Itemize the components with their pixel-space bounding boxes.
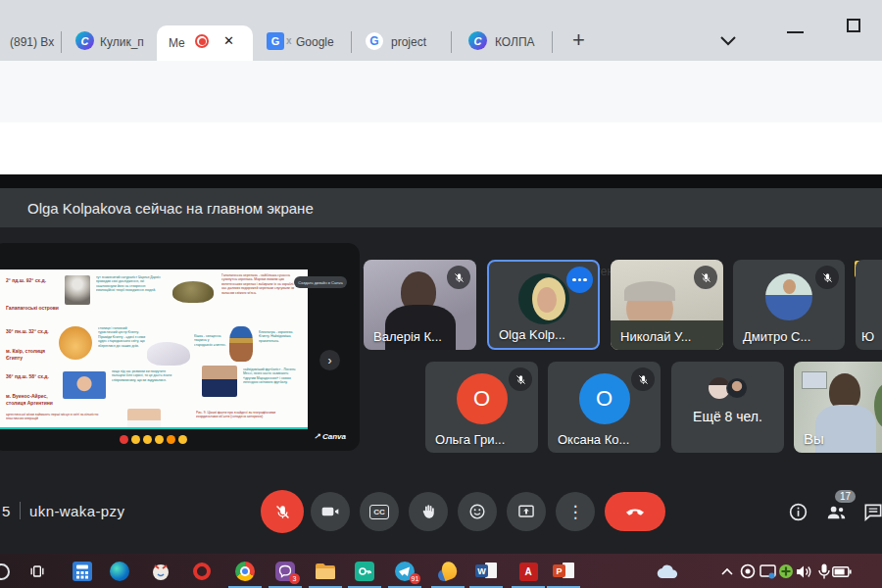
calculator-icon[interactable] xyxy=(72,561,93,582)
participants-count-badge: 17 xyxy=(835,490,856,503)
slide-loc-1: Галапагоські острови xyxy=(6,305,63,312)
minimize-button[interactable] xyxy=(787,31,804,33)
tab-canva-1[interactable]: Кулик_п xyxy=(100,35,151,49)
cortana-search-icon[interactable] xyxy=(0,561,12,582)
wow-reaction-icon[interactable] xyxy=(167,435,175,444)
participant-name: Ольга Гри... xyxy=(435,432,505,447)
pinned-app-icon[interactable] xyxy=(150,561,172,582)
browser-toolbar: → meet.google.com/uk... ☆ S xyxy=(0,61,882,122)
participant-tile[interactable]: Николай У... xyxy=(611,260,723,350)
translate-favicon: G xyxy=(267,32,284,50)
weather-cloud-icon[interactable] xyxy=(657,561,678,582)
person-silhouette xyxy=(815,405,876,453)
slide-loc-3: м. Буенос-Айрес, столиця Аргентини xyxy=(6,393,63,406)
tab-translate[interactable]: Google xyxy=(296,35,345,49)
thumbsup-reaction-icon[interactable] xyxy=(131,435,140,444)
reactions-row[interactable] xyxy=(120,435,187,444)
more-participants-label: Ещё 8 чел. xyxy=(671,409,784,424)
tab-divider xyxy=(552,31,553,53)
acrobat-icon[interactable]: A xyxy=(517,561,539,582)
shared-slide: 2° пд.ш. 92° сх.д. Галапагоські острови … xyxy=(0,270,308,429)
participant-name: Дмитро С... xyxy=(743,329,810,344)
canva-favicon: C xyxy=(75,31,94,50)
mic-off-icon xyxy=(509,368,532,391)
participant-tile[interactable]: Дмитро С... xyxy=(733,260,845,350)
opera-icon[interactable] xyxy=(191,561,213,582)
reactions-button[interactable] xyxy=(458,492,497,531)
canva-create-button[interactable]: Создать дизайн в Canva xyxy=(294,276,347,288)
meeting-details-icon[interactable] xyxy=(787,501,809,523)
slide-coord-2: 30° пн.ш. 32° сх.д. xyxy=(6,328,63,335)
slide-text-messi: найвідоміший футболіст - Ліонель Мессі, … xyxy=(243,368,302,405)
powerpoint-icon[interactable]: P xyxy=(553,561,574,582)
meet-top-strip xyxy=(0,174,882,188)
next-slide-button[interactable]: › xyxy=(319,350,340,370)
tray-expand-chevron-icon[interactable] xyxy=(716,561,738,582)
task-view-icon[interactable] xyxy=(26,561,48,582)
participant-tile[interactable]: О Ольга Гри... xyxy=(425,362,538,453)
clap-reaction-icon[interactable] xyxy=(143,435,152,444)
tab-divider xyxy=(451,31,452,53)
tab-divider xyxy=(351,31,352,53)
darwin-photo xyxy=(65,275,90,305)
slide-text-darwin: тут знаменитий натураліст Чарльз Дарвін … xyxy=(96,275,161,309)
participants-icon[interactable] xyxy=(824,501,849,523)
participant-tile[interactable]: Валерія К... xyxy=(364,260,476,350)
slide-text-cat: Кішка - священна тварина у стародавніх є… xyxy=(194,334,227,360)
mic-off-icon xyxy=(815,266,839,289)
bookmarks-bar: Сумка женская Wittchen 90-4Y-554-X1 -...… xyxy=(0,122,882,174)
screen: (891) Вх C Кулик_п Me ✕ G x Google G pro… xyxy=(0,0,882,588)
mini-avatar xyxy=(726,377,748,399)
file-explorer-icon[interactable] xyxy=(315,561,336,582)
participant-tile-active-speaker[interactable]: Olga Kolp... xyxy=(487,260,600,350)
face-image xyxy=(127,409,161,429)
laugh-reaction-icon[interactable] xyxy=(155,435,164,444)
woman-photo xyxy=(63,371,106,399)
telegram-badge: 91 xyxy=(410,573,420,584)
chat-icon[interactable] xyxy=(861,501,882,523)
leave-call-button[interactable] xyxy=(605,492,665,531)
tab-project[interactable]: project xyxy=(391,35,440,49)
screen-share-tile[interactable]: 2° пд.ш. 92° сх.д. Галапагоські острови … xyxy=(0,243,360,451)
participant-name: Ю xyxy=(861,329,874,344)
telegram-icon[interactable]: 91 xyxy=(394,561,416,582)
heart-reaction-icon[interactable] xyxy=(120,435,128,444)
sad-reaction-icon[interactable] xyxy=(178,435,187,444)
tile-options-button[interactable] xyxy=(566,267,593,293)
tab-gmail[interactable]: (891) Вх xyxy=(10,35,57,49)
self-view-tile[interactable]: Вы xyxy=(794,362,882,453)
participant-tile[interactable]: О Оксана Ко... xyxy=(548,362,661,453)
windows-taskbar: 3 91 W A P 1°C РУС xyxy=(0,554,882,588)
new-tab-button[interactable]: + xyxy=(572,27,585,53)
close-tab-icon[interactable]: ✕ xyxy=(223,33,234,48)
tab-canva-2[interactable]: КОЛПА xyxy=(495,35,544,49)
self-label: Вы xyxy=(804,430,824,447)
slide-text-cleopatra: Клеопатра - королева Єгипту. Найвідоміша… xyxy=(259,330,304,360)
participant-tile-partial[interactable]: Ю xyxy=(856,260,882,350)
word-icon[interactable]: W xyxy=(475,561,497,582)
captions-label: CC xyxy=(369,505,389,519)
avatar-face xyxy=(537,287,557,313)
captions-button[interactable]: CC xyxy=(360,492,399,531)
presenting-banner: Olga Kolpakova сейчас на главном экране xyxy=(0,188,882,227)
more-options-button[interactable]: ⋮ xyxy=(556,492,595,531)
password-key-app-icon[interactable] xyxy=(354,561,375,582)
present-screen-button[interactable] xyxy=(507,492,546,531)
mic-toggle-button[interactable] xyxy=(261,490,304,533)
tab-divider xyxy=(61,31,62,53)
slide-coord-1: 2° пд.ш. 92° сх.д. xyxy=(6,277,63,284)
battery-icon[interactable] xyxy=(831,561,853,582)
maximize-button[interactable] xyxy=(847,19,860,32)
record-tray-icon[interactable] xyxy=(737,561,759,582)
chrome-icon[interactable] xyxy=(234,561,256,582)
viber-icon[interactable]: 3 xyxy=(274,561,296,582)
tab-search-chevron-icon[interactable] xyxy=(718,35,738,47)
volume-icon[interactable] xyxy=(793,561,814,582)
overflow-participants-tile[interactable]: Ещё 8 чел. xyxy=(671,362,784,453)
camera-toggle-button[interactable] xyxy=(311,492,350,531)
flame-app-icon[interactable] xyxy=(437,561,459,582)
edge-icon[interactable] xyxy=(109,561,130,582)
participant-avatar xyxy=(765,273,812,320)
raise-hand-button[interactable] xyxy=(409,492,448,531)
tortoise-image xyxy=(172,281,214,303)
